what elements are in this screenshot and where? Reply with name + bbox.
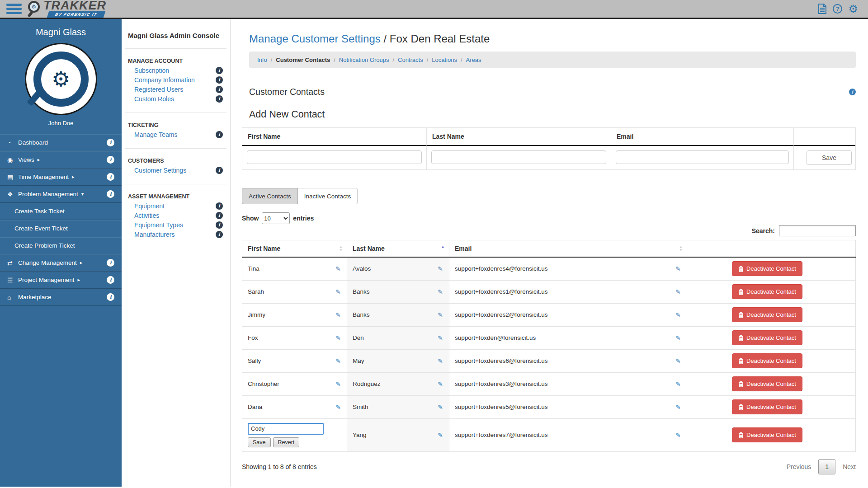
edit-pencil-icon[interactable]: ✎ bbox=[335, 288, 341, 296]
save-new-contact-button[interactable]: Save bbox=[807, 150, 852, 165]
crumb-tab-areas[interactable]: Areas bbox=[466, 56, 481, 63]
info-icon[interactable]: i bbox=[216, 221, 223, 229]
new-first-name-input[interactable] bbox=[247, 150, 422, 164]
info-icon[interactable]: i bbox=[216, 212, 223, 219]
info-icon[interactable]: i bbox=[107, 276, 114, 284]
sidebar-item-create-problem-ticket[interactable]: Create Problem Ticket bbox=[0, 237, 122, 254]
info-icon[interactable]: i bbox=[216, 167, 223, 174]
search-input[interactable] bbox=[779, 225, 856, 236]
page-1-button[interactable]: 1 bbox=[818, 459, 835, 474]
info-icon[interactable]: i bbox=[216, 67, 223, 74]
info-icon[interactable]: i bbox=[107, 173, 114, 181]
deactivate-contact-button[interactable]: Deactivate Contact bbox=[732, 307, 802, 322]
nav-link-subscription[interactable]: Subscription bbox=[134, 67, 169, 74]
deactivate-contact-button[interactable]: Deactivate Contact bbox=[732, 427, 802, 442]
edit-pencil-icon[interactable]: ✎ bbox=[438, 311, 443, 319]
sidebar-item-create-task-ticket[interactable]: Create Task Ticket bbox=[0, 203, 122, 220]
edit-pencil-icon[interactable]: ✎ bbox=[438, 404, 443, 411]
info-icon[interactable]: i bbox=[107, 190, 114, 198]
nav-link-activities[interactable]: Activities bbox=[134, 212, 159, 219]
crumb-tab-notification-groups[interactable]: Notification Groups bbox=[339, 56, 389, 63]
sidebar-item-time-management[interactable]: ▤ Time Management ▸ i bbox=[0, 169, 122, 186]
inline-first-name-input[interactable] bbox=[248, 423, 324, 435]
nav-link-equipment[interactable]: Equipment bbox=[134, 202, 165, 210]
next-page-button[interactable]: Next bbox=[843, 463, 856, 470]
new-last-name-input[interactable] bbox=[431, 150, 606, 164]
info-icon[interactable]: i bbox=[107, 259, 114, 267]
edit-pencil-icon[interactable]: ✎ bbox=[335, 404, 341, 411]
crumb-tab-contracts[interactable]: Contracts bbox=[398, 56, 423, 63]
info-icon[interactable]: i bbox=[216, 131, 223, 138]
info-icon[interactable]: i bbox=[107, 293, 114, 301]
edit-pencil-icon[interactable]: ✎ bbox=[675, 265, 681, 272]
nav-link-customer-settings[interactable]: Customer Settings bbox=[134, 167, 186, 174]
info-icon[interactable]: i bbox=[216, 76, 223, 84]
info-icon[interactable]: i bbox=[107, 139, 114, 146]
document-icon[interactable] bbox=[818, 4, 827, 14]
sidebar-item-create-event-ticket[interactable]: Create Event Ticket bbox=[0, 220, 122, 237]
edit-pencil-icon[interactable]: ✎ bbox=[335, 265, 341, 272]
nav-link-row: Custom Roles i bbox=[122, 94, 230, 103]
deactivate-contact-button[interactable]: Deactivate Contact bbox=[732, 399, 802, 414]
edit-pencil-icon[interactable]: ✎ bbox=[438, 432, 443, 439]
sidebar-item-problem-management[interactable]: ❖ Problem Management ▾ i bbox=[0, 186, 122, 203]
column-header-last-name[interactable]: Last Name▲ bbox=[347, 240, 449, 258]
edit-pencil-icon[interactable]: ✎ bbox=[675, 311, 681, 319]
column-header-first-name[interactable]: First Name▲▼ bbox=[242, 240, 347, 258]
sidebar-item-views[interactable]: ◉ Views ▸ i bbox=[0, 151, 122, 169]
new-email-input[interactable] bbox=[616, 150, 789, 164]
manage-customer-settings-link[interactable]: Manage Customer Settings bbox=[249, 33, 381, 45]
edit-pencil-icon[interactable]: ✎ bbox=[335, 357, 341, 365]
info-icon[interactable]: i bbox=[107, 156, 114, 164]
nav-link-registered-users[interactable]: Registered Users bbox=[134, 86, 183, 93]
edit-pencil-icon[interactable]: ✎ bbox=[675, 334, 681, 342]
edit-pencil-icon[interactable]: ✎ bbox=[675, 357, 681, 365]
nav-link-custom-roles[interactable]: Custom Roles bbox=[134, 95, 174, 103]
nav-link-equipment-types[interactable]: Equipment Types bbox=[134, 221, 183, 229]
page-length-select[interactable]: 10 bbox=[262, 212, 290, 224]
edit-pencil-icon[interactable]: ✎ bbox=[675, 404, 681, 411]
table-row: Sally ✎ May ✎ support+foxdenres6@forensi… bbox=[242, 349, 856, 372]
edit-pencil-icon[interactable]: ✎ bbox=[438, 265, 443, 272]
column-header-email[interactable]: Email▲▼ bbox=[449, 240, 687, 258]
sidebar-item-marketplace[interactable]: ⌂ Marketplace i bbox=[0, 289, 122, 306]
edit-pencil-icon[interactable]: ✎ bbox=[438, 288, 443, 296]
info-icon[interactable]: i bbox=[849, 89, 856, 95]
crumb-tab-customer-contacts[interactable]: Customer Contacts bbox=[276, 56, 330, 63]
previous-page-button[interactable]: Previous bbox=[787, 463, 811, 470]
edit-pencil-icon[interactable]: ✎ bbox=[438, 334, 443, 342]
edit-pencil-icon[interactable]: ✎ bbox=[335, 380, 341, 388]
admin-nav: Magni Glass Admin Console MANAGE ACCOUNT… bbox=[122, 19, 231, 487]
edit-pencil-icon[interactable]: ✎ bbox=[335, 334, 341, 342]
nav-link-company-information[interactable]: Company Information bbox=[134, 76, 195, 84]
nav-link-manufacturers[interactable]: Manufacturers bbox=[134, 231, 175, 238]
deactivate-contact-button[interactable]: Deactivate Contact bbox=[732, 261, 802, 276]
crumb-tab-info[interactable]: Info bbox=[257, 56, 267, 63]
help-icon[interactable]: ? bbox=[833, 4, 842, 14]
edit-pencil-icon[interactable]: ✎ bbox=[438, 380, 443, 388]
deactivate-contact-button[interactable]: Deactivate Contact bbox=[732, 376, 802, 391]
sidebar-item-dashboard[interactable]: ◔ Dashboard i bbox=[0, 134, 122, 151]
edit-pencil-icon[interactable]: ✎ bbox=[335, 311, 341, 319]
tab-active-contacts[interactable]: Active Contacts bbox=[242, 188, 298, 204]
deactivate-contact-button[interactable]: Deactivate Contact bbox=[732, 284, 802, 299]
info-icon[interactable]: i bbox=[216, 86, 223, 93]
deactivate-contact-button[interactable]: Deactivate Contact bbox=[732, 353, 802, 368]
nav-link-manage-teams[interactable]: Manage Teams bbox=[134, 131, 177, 138]
info-icon[interactable]: i bbox=[216, 231, 223, 238]
inline-revert-button[interactable]: Revert bbox=[273, 437, 300, 447]
edit-pencil-icon[interactable]: ✎ bbox=[675, 288, 681, 296]
info-icon[interactable]: i bbox=[216, 95, 223, 103]
deactivate-contact-button[interactable]: Deactivate Contact bbox=[732, 330, 802, 345]
edit-pencil-icon[interactable]: ✎ bbox=[438, 357, 443, 365]
sidebar-item-project-management[interactable]: ☰ Project Management ▸ i bbox=[0, 272, 122, 289]
crumb-tab-locations[interactable]: Locations bbox=[432, 56, 457, 63]
tab-inactive-contacts[interactable]: Inactive Contacts bbox=[298, 188, 358, 204]
settings-gear-icon[interactable]: ⚙ bbox=[848, 4, 858, 14]
edit-pencil-icon[interactable]: ✎ bbox=[675, 432, 681, 439]
hamburger-menu-icon[interactable] bbox=[6, 2, 22, 16]
sidebar-item-change-management[interactable]: ⇄ Change Management ▸ i bbox=[0, 254, 122, 272]
info-icon[interactable]: i bbox=[216, 202, 223, 210]
edit-pencil-icon[interactable]: ✎ bbox=[675, 380, 681, 388]
inline-save-button[interactable]: Save bbox=[248, 437, 271, 447]
